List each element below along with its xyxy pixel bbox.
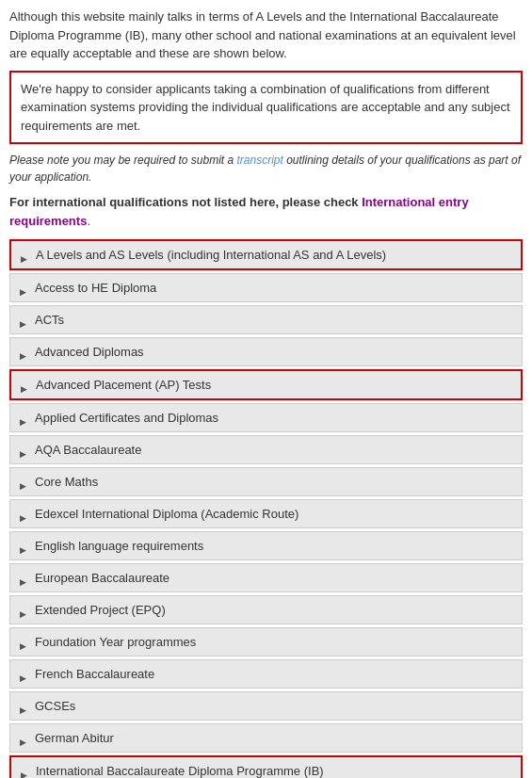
accordion-item-label: Foundation Year programmes bbox=[35, 635, 196, 649]
transcript-note: Please note you may be required to submi… bbox=[9, 152, 523, 186]
accordion-item[interactable]: AQA Baccalaureate bbox=[9, 435, 523, 464]
accordion-item-label: Applied Certificates and Diplomas bbox=[35, 411, 218, 425]
accordion-item-label: AQA Baccalaureate bbox=[35, 443, 141, 457]
accordion-item[interactable]: Advanced Placement (AP) Tests bbox=[9, 369, 523, 400]
accordion-item-label: Edexcel International Diploma (Academic … bbox=[35, 507, 298, 521]
chevron-right-icon bbox=[20, 734, 29, 743]
accordion-item-label: German Abitur bbox=[35, 731, 114, 745]
chevron-right-icon bbox=[20, 316, 29, 325]
accordion-item[interactable]: Core Maths bbox=[9, 467, 523, 496]
accordion-item[interactable]: French Baccalaureate bbox=[9, 659, 523, 689]
combination-notice-text: We're happy to consider applicants takin… bbox=[21, 82, 510, 133]
transcript-link[interactable]: transcript bbox=[236, 154, 282, 167]
accordion-item[interactable]: ACTs bbox=[9, 305, 523, 334]
accordion-item-label: ACTs bbox=[35, 313, 64, 327]
international-before-text: For international qualifications not lis… bbox=[9, 195, 362, 209]
accordion-item-label: European Baccalaureate bbox=[35, 571, 169, 585]
accordion-item-label: A Levels and AS Levels (including Intern… bbox=[36, 248, 386, 262]
accordion-item[interactable]: European Baccalaureate bbox=[9, 563, 523, 592]
accordion-item-label: Core Maths bbox=[35, 475, 98, 489]
accordion-item[interactable]: English language requirements bbox=[9, 531, 523, 560]
intro-paragraph: Although this website mainly talks in te… bbox=[9, 8, 523, 63]
combination-notice-box: We're happy to consider applicants takin… bbox=[9, 71, 523, 145]
chevron-right-icon bbox=[20, 670, 29, 679]
chevron-right-icon bbox=[20, 413, 29, 423]
accordion-item[interactable]: A Levels and AS Levels (including Intern… bbox=[9, 239, 523, 270]
accordion-item[interactable]: Edexcel International Diploma (Academic … bbox=[9, 499, 523, 528]
qualification-accordion-list: A Levels and AS Levels (including Intern… bbox=[9, 239, 523, 778]
accordion-item-label: Extended Project (EPQ) bbox=[35, 603, 166, 617]
chevron-right-icon bbox=[20, 510, 29, 519]
accordion-item-label: English language requirements bbox=[35, 539, 203, 553]
international-after-text: . bbox=[87, 214, 90, 228]
accordion-item-label: Advanced Diplomas bbox=[35, 345, 144, 359]
accordion-item-label: French Baccalaureate bbox=[35, 667, 154, 681]
accordion-item-label: Advanced Placement (AP) Tests bbox=[36, 378, 211, 392]
chevron-right-icon bbox=[20, 638, 29, 647]
accordion-item[interactable]: Applied Certificates and Diplomas bbox=[9, 403, 523, 432]
accordion-item[interactable]: Foundation Year programmes bbox=[9, 627, 523, 656]
chevron-right-icon bbox=[21, 251, 30, 260]
chevron-right-icon bbox=[20, 702, 29, 711]
note-before-text: Please note you may be required to submi… bbox=[9, 154, 236, 167]
accordion-item[interactable]: Advanced Diplomas bbox=[9, 337, 523, 366]
chevron-right-icon bbox=[20, 542, 29, 551]
chevron-right-icon bbox=[20, 348, 29, 357]
accordion-item[interactable]: Extended Project (EPQ) bbox=[9, 595, 523, 624]
chevron-right-icon bbox=[21, 381, 30, 390]
accordion-item-label: GCSEs bbox=[35, 699, 75, 713]
accordion-item-label: International Baccalaureate Diploma Prog… bbox=[36, 764, 324, 778]
chevron-right-icon bbox=[21, 767, 30, 776]
chevron-right-icon bbox=[20, 606, 29, 615]
chevron-right-icon bbox=[20, 284, 29, 293]
accordion-item[interactable]: GCSEs bbox=[9, 691, 523, 721]
international-notice: For international qualifications not lis… bbox=[9, 193, 523, 230]
accordion-item-label: Access to HE Diploma bbox=[35, 281, 156, 295]
accordion-item[interactable]: International Baccalaureate Diploma Prog… bbox=[9, 755, 523, 778]
chevron-right-icon bbox=[20, 574, 29, 583]
accordion-item[interactable]: German Abitur bbox=[9, 723, 523, 753]
chevron-right-icon bbox=[20, 446, 29, 455]
accordion-item[interactable]: Access to HE Diploma bbox=[9, 273, 523, 302]
chevron-right-icon bbox=[20, 478, 29, 487]
